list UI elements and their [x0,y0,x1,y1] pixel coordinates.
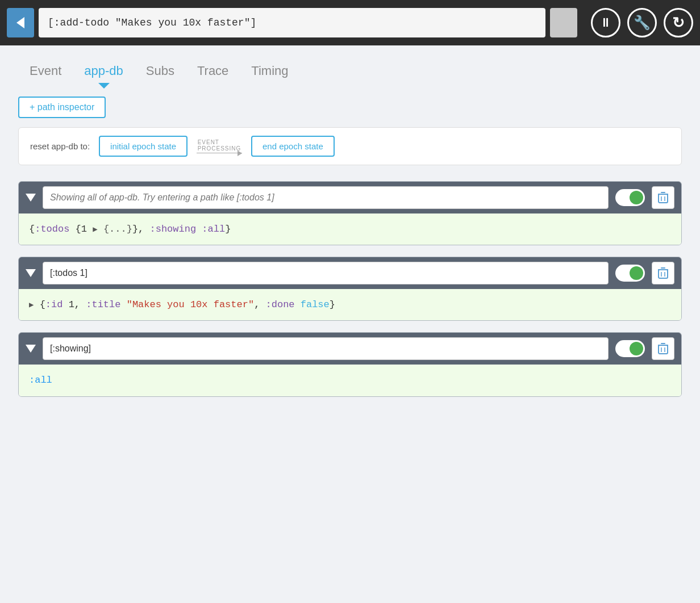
path-input-todos[interactable] [43,262,609,284]
delete-button-showing[interactable] [652,337,674,360]
back-arrow-icon [16,17,24,28]
showing-value: :all [29,375,52,386]
inspector-content-all: {:todos {1 ▶ {...}}, :showing :all} [19,213,681,245]
path-input-showing[interactable] [43,337,609,360]
flow-label: EVENTPROCESSING [198,139,241,152]
svg-rect-10 [659,345,668,354]
add-path-inspector-button[interactable]: + path inspector [18,97,106,118]
delete-button-todos[interactable] [652,262,674,284]
tab-trace[interactable]: Trace [186,59,240,85]
initial-epoch-button[interactable]: initial epoch state [99,136,188,157]
wrench-button[interactable]: 🔧 [627,8,657,37]
collapse-toggle-showing[interactable] [26,345,36,353]
inspector-panel-todos: ▶ {:id 1, :title "Makes you 10x faster",… [18,257,682,321]
content-key-todos: :todos [35,224,69,235]
refresh-button[interactable]: ↻ [664,8,693,37]
main-content: Event app-db Subs Trace Timing + path in… [0,45,700,603]
refresh-icon: ↻ [672,14,685,32]
inspector-panel-all: {:todos {1 ▶ {...}}, :showing :all} [18,181,682,245]
trash-icon-showing [657,342,669,355]
inspector-content-todos: ▶ {:id 1, :title "Makes you 10x faster",… [19,289,681,320]
refresh-icon-circle: ↻ [664,8,693,37]
back-button[interactable] [7,8,34,37]
wrench-icon: 🔧 [634,15,651,31]
toggle-all[interactable] [615,189,645,206]
topbar: ⏸ 🔧 ↻ [0,0,700,45]
inspector-header-todos [19,257,681,289]
reset-label: reset app-db to: [30,141,90,151]
inspector-content-showing: :all [19,365,681,396]
toggle-knob-showing [630,342,643,355]
trash-icon-todos [657,267,669,279]
pause-icon-circle: ⏸ [591,8,620,37]
inspector-panel-showing: :all [18,332,682,396]
tab-event[interactable]: Event [18,59,73,85]
collapse-toggle-todos[interactable] [26,269,36,277]
svg-rect-5 [659,270,668,278]
pause-icon: ⏸ [599,15,612,30]
trash-icon-all [657,191,669,204]
toggle-showing[interactable] [615,340,645,357]
flow-arrow [197,153,242,153]
tab-app-db[interactable]: app-db [73,59,135,85]
tab-subs[interactable]: Subs [135,59,186,85]
wrench-icon-circle: 🔧 [627,8,657,37]
tab-bar: Event app-db Subs Trace Timing [18,59,682,85]
topbar-icons: ⏸ 🔧 ↻ [591,8,693,37]
svg-rect-0 [659,194,668,203]
tab-timing[interactable]: Timing [240,59,299,85]
collapse-toggle-all[interactable] [26,194,36,202]
reset-bar: reset app-db to: initial epoch state EVE… [18,127,682,165]
content-brace: { [29,224,35,235]
toggle-todos[interactable] [615,265,645,282]
expand-arrow-todos[interactable]: ▶ [93,225,97,234]
end-epoch-button[interactable]: end epoch state [251,136,335,157]
toggle-knob-all [630,191,643,204]
inspector-header-all [19,182,681,213]
delete-button-all[interactable] [652,186,674,209]
pause-button[interactable]: ⏸ [591,8,620,37]
square-button[interactable] [550,8,577,37]
path-input-all[interactable] [43,186,609,209]
event-processing-flow: EVENTPROCESSING [197,139,242,153]
toggle-knob-todos [630,266,643,280]
event-input[interactable] [39,8,545,37]
inspector-header-showing [19,333,681,365]
